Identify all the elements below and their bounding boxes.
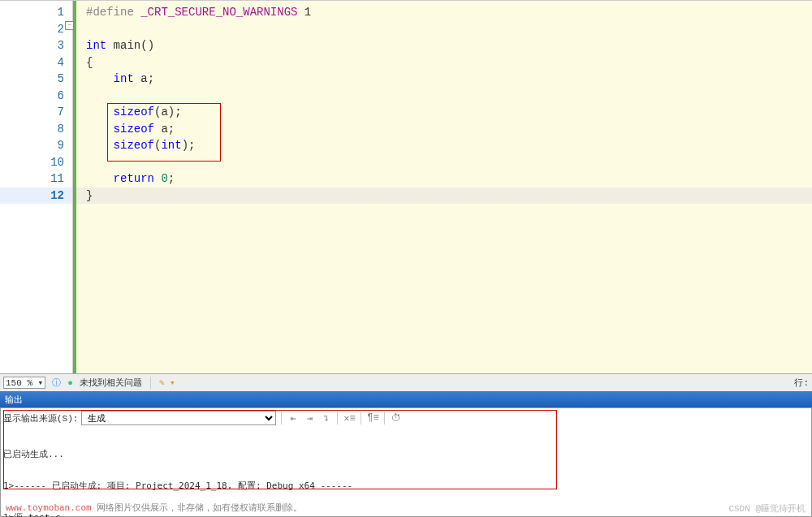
code-text: a; (134, 72, 154, 85)
info-icon: ⓘ (52, 377, 61, 389)
code-editor[interactable]: 1 2 3 4 5 6 7 8 9 10 11 12 − #define _CR… (0, 0, 812, 373)
keyword: int (86, 39, 106, 52)
output-line: 1>------ 已启动生成: 项目: Project_2024_1_18, 配… (3, 480, 809, 491)
indent (86, 139, 114, 152)
line-number: 9 (0, 137, 72, 154)
clock-icon[interactable]: ⏱ (390, 411, 403, 424)
line-number: 2 (0, 21, 72, 38)
line-number: 1 (0, 4, 72, 21)
indent (86, 72, 114, 85)
code-text: a; (154, 123, 175, 136)
line-number: 4 (0, 54, 72, 71)
macro-name: _CRT_SECURE_NO_WARNINGS (134, 6, 298, 19)
code-text: 1 (297, 6, 311, 19)
line-number: 8 (0, 121, 72, 138)
line-number: 5 (0, 71, 72, 88)
output-toolbar: 显示输出来源(S): 生成 ⇤ ⇥ ↴ ✕≡ ¶≡ ⏱ (3, 411, 809, 425)
ok-icon: ● (67, 378, 73, 388)
step-icon[interactable]: ↴ (319, 411, 332, 424)
output-panel: 显示输出来源(S): 生成 ⇤ ⇥ ↴ ✕≡ ¶≡ ⏱ 已启动生成... 1>-… (0, 407, 812, 517)
indent (86, 106, 114, 118)
cursor-position: 行: (794, 377, 809, 389)
line-number-current: 12 (0, 187, 72, 205)
code-text: main() (106, 39, 154, 52)
code-text: ; (168, 172, 175, 185)
clear-icon[interactable]: ✕≡ (343, 411, 356, 424)
status-message: 未找到相关问题 (80, 377, 142, 389)
wordwrap-icon[interactable]: ¶≡ (366, 411, 379, 424)
output-source-label: 显示输出来源(S): (3, 412, 78, 424)
code-text: } (76, 187, 812, 205)
output-source-select[interactable]: 生成 (81, 411, 276, 425)
keyword: sizeof (114, 139, 154, 152)
output-panel-title: 输出 (0, 391, 812, 407)
output-line: 已启动生成... (3, 449, 809, 459)
keyword: return (114, 172, 154, 185)
line-number: 3 (0, 37, 72, 54)
line-number: 7 (0, 104, 72, 121)
code-text: ); (182, 139, 196, 152)
indent (86, 172, 114, 185)
brush-icon[interactable]: ✎ ▾ (159, 377, 175, 388)
indent (86, 123, 114, 136)
code-text: { (76, 54, 812, 71)
line-number: 11 (0, 170, 72, 187)
goto-next-icon[interactable]: ⇥ (303, 411, 316, 424)
watermark-text: www.toymoban.com 网络图片仅供展示，非存储，如有侵权请联系删除。… (6, 502, 302, 514)
code-content[interactable]: − #define _CRT_SECURE_NO_WARNINGS 1 int … (73, 1, 812, 373)
line-gutter: 1 2 3 4 5 6 7 8 9 10 11 12 (0, 1, 73, 373)
keyword: int (114, 72, 134, 85)
editor-status-bar: 150 % ▾ ⓘ ● 未找到相关问题 ✎ ▾ 行: (0, 373, 812, 391)
fold-toggle[interactable]: − (65, 21, 74, 30)
number-literal: 0 (161, 172, 167, 185)
zoom-selector[interactable]: 150 % ▾ (3, 377, 45, 389)
preprocessor-directive: #define (86, 6, 134, 19)
keyword: int (161, 139, 181, 152)
keyword: sizeof (114, 106, 154, 118)
csdn-watermark: CSDN @睡觉待开机 (728, 502, 806, 515)
code-text: (a); (154, 106, 182, 118)
goto-prev-icon[interactable]: ⇤ (287, 411, 300, 424)
keyword: sizeof (114, 123, 154, 136)
line-number: 10 (0, 154, 72, 171)
line-number: 6 (0, 88, 72, 105)
